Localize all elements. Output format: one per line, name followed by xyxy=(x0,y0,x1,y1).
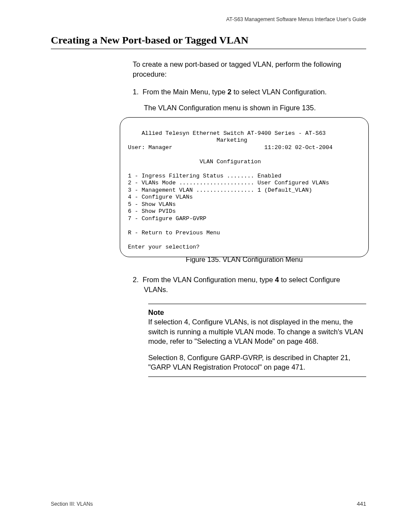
step-2-bold: 4 xyxy=(275,276,279,283)
terminal-line-13: 7 - Configure GARP-GVRP xyxy=(128,215,206,222)
step-1-pre: From the Main Menu, type xyxy=(143,88,227,96)
terminal-timestamp: 11:20:02 02-Oct-2004 xyxy=(265,144,333,151)
header-guide-title: AT-S63 Management Software Menus Interfa… xyxy=(226,16,366,22)
terminal-line-10: 4 - Configure VLANs xyxy=(128,194,193,200)
terminal-line-7: 1 - Ingress Filtering Status ........ En… xyxy=(128,173,281,179)
step-1: 1. From the Main Menu, type 2 to select … xyxy=(133,87,366,97)
step-1-post: to select VLAN Configuration. xyxy=(231,88,327,96)
step-1-sub: The VLAN Configuration menu is shown in … xyxy=(133,103,366,113)
note-box: Note If selection 4, Configure VLANs, is… xyxy=(148,304,366,377)
terminal-line-11: 5 - Show VLANs xyxy=(128,201,176,208)
note-title: Note xyxy=(148,308,366,317)
terminal-line-9: 3 - Management VLAN ................. 1 … xyxy=(128,187,312,193)
section-heading: Creating a New Port-based or Tagged VLAN xyxy=(51,34,366,49)
footer-section: Section III: VLANs xyxy=(51,501,93,507)
content-block: To create a new port-based or tagged VLA… xyxy=(133,59,366,121)
terminal-line-12: 6 - Show PVIDs xyxy=(128,208,176,215)
step-2-pre: From the VLAN Configuration menu, type xyxy=(143,276,275,283)
step-2: 2. From the VLAN Configuration menu, typ… xyxy=(133,275,366,295)
intro-text: To create a new port-based or tagged VLA… xyxy=(133,59,366,79)
step-1-number: 1. xyxy=(133,88,139,96)
note-paragraph-2: Selection 8, Configure GARP-GVRP, is des… xyxy=(148,353,366,372)
note-paragraph-1: If selection 4, Configure VLANs, is not … xyxy=(148,317,366,346)
terminal-user: User: Manager xyxy=(128,144,172,151)
terminal-screen: Allied Telesyn Ethernet Switch AT-9400 S… xyxy=(120,117,369,257)
page-number: 441 xyxy=(357,501,366,507)
figure-caption: Figure 135. VLAN Configuration Menu xyxy=(120,256,369,264)
terminal-line-15: R - Return to Previous Menu xyxy=(128,230,220,236)
terminal-line-5: VLAN Configuration xyxy=(128,159,261,165)
step-2-number: 2. xyxy=(133,276,139,283)
terminal-line-2: Marketing xyxy=(128,137,247,143)
terminal-line-1: Allied Telesyn Ethernet Switch AT-9400 S… xyxy=(128,130,326,137)
terminal-line-17: Enter your selection? xyxy=(128,244,199,250)
terminal-line-8: 2 - VLANs Mode ...................... Us… xyxy=(128,180,329,186)
step-1-bold: 2 xyxy=(227,88,231,96)
